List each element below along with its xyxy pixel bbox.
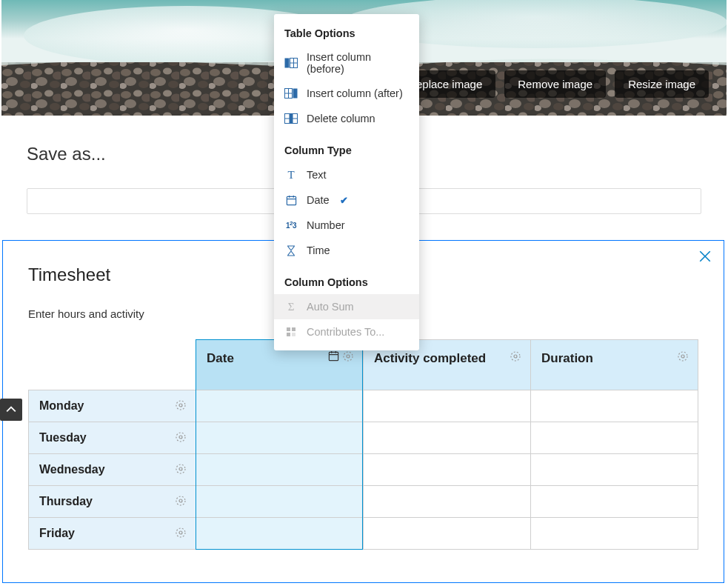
table-cell[interactable] xyxy=(531,390,698,422)
gear-icon xyxy=(342,350,354,362)
svg-point-21 xyxy=(179,404,182,407)
table-cell[interactable] xyxy=(196,390,364,422)
table-cell[interactable] xyxy=(531,518,698,550)
row-header[interactable]: Thursday xyxy=(29,486,196,518)
svg-point-18 xyxy=(511,352,520,361)
row-header[interactable]: Wednesday xyxy=(29,454,196,486)
menu-item-label: Number xyxy=(307,219,345,231)
menu-item-insert-before[interactable]: Insert column (before) xyxy=(274,45,419,81)
svg-point-16 xyxy=(344,352,353,361)
svg-rect-49 xyxy=(292,333,295,336)
time-type-icon xyxy=(284,244,298,257)
gear-icon xyxy=(677,350,689,362)
row-header-label: Tuesday xyxy=(39,431,87,445)
insert-col-before-icon xyxy=(284,56,298,70)
calendar-icon xyxy=(328,350,339,362)
column-settings-button[interactable] xyxy=(510,350,521,362)
sum-icon: Σ xyxy=(284,300,298,313)
table-cell[interactable] xyxy=(531,422,698,454)
gear-icon xyxy=(175,495,187,507)
row-header[interactable]: Monday xyxy=(29,390,196,422)
chevron-up-icon xyxy=(6,404,16,415)
row-settings-button[interactable] xyxy=(175,399,187,411)
menu-item-type-text[interactable]: T Text xyxy=(274,162,419,187)
gear-icon xyxy=(175,431,187,443)
column-settings-button[interactable] xyxy=(342,350,354,362)
column-settings-button[interactable] xyxy=(677,350,689,362)
table-row: Wednesday xyxy=(29,454,698,486)
number-type-icon: 123 xyxy=(284,219,298,232)
row-header-label: Monday xyxy=(39,399,84,413)
svg-point-17 xyxy=(514,355,517,358)
svg-rect-31 xyxy=(285,59,290,68)
svg-point-23 xyxy=(179,436,182,439)
timesheet-table: Date Activity completed Durat xyxy=(28,339,698,550)
svg-point-30 xyxy=(176,528,185,537)
table-cell[interactable] xyxy=(531,486,698,518)
table-cell[interactable] xyxy=(364,390,531,422)
menu-item-label: Date xyxy=(307,194,330,206)
menu-item-type-time[interactable]: Time xyxy=(274,238,419,263)
resize-image-button[interactable]: Resize image xyxy=(615,70,709,98)
date-type-icon xyxy=(284,193,298,207)
svg-point-22 xyxy=(176,401,185,410)
column-header-label: Date xyxy=(207,346,261,367)
sidebar-toggle-button[interactable] xyxy=(0,399,22,421)
contributes-icon xyxy=(284,325,298,339)
gear-icon xyxy=(510,350,521,362)
table-cell[interactable] xyxy=(531,454,698,486)
row-settings-button[interactable] xyxy=(175,431,187,443)
column-header-duration[interactable]: Duration xyxy=(531,340,698,390)
table-cell[interactable] xyxy=(364,486,531,518)
row-header-label: Friday xyxy=(39,527,75,540)
table-cell[interactable] xyxy=(196,518,364,550)
check-icon: ✔ xyxy=(340,195,348,206)
svg-point-24 xyxy=(176,433,185,442)
table-cell[interactable] xyxy=(364,422,531,454)
menu-item-insert-after[interactable]: Insert column (after) xyxy=(274,81,419,106)
table-corner-cell xyxy=(29,340,196,390)
row-header[interactable]: Tuesday xyxy=(29,422,196,454)
menu-item-label: Text xyxy=(307,169,327,181)
row-settings-button[interactable] xyxy=(175,463,187,475)
menu-item-label: Contributes To... xyxy=(307,326,384,338)
column-context-menu: Table Options Insert column (before) Ins… xyxy=(274,14,419,350)
menu-item-type-date[interactable]: Date ✔ xyxy=(274,187,419,213)
menu-item-contributes-to: Contributes To... xyxy=(274,319,419,344)
menu-item-label: Insert column (before) xyxy=(307,51,409,75)
table-cell[interactable] xyxy=(196,422,364,454)
menu-item-label: Auto Sum xyxy=(307,301,354,313)
insert-col-after-icon xyxy=(284,87,298,100)
table-cell[interactable] xyxy=(196,454,364,486)
table-row: Tuesday xyxy=(29,422,698,454)
svg-rect-48 xyxy=(287,333,290,336)
svg-point-15 xyxy=(347,355,350,358)
close-form-button[interactable] xyxy=(698,250,712,263)
table-row: Friday xyxy=(29,518,698,550)
svg-point-26 xyxy=(176,465,185,473)
row-settings-button[interactable] xyxy=(175,495,187,507)
table-cell[interactable] xyxy=(364,454,531,486)
svg-point-25 xyxy=(179,467,182,470)
table-cell[interactable] xyxy=(364,518,531,550)
table-cell[interactable] xyxy=(196,486,364,518)
svg-rect-47 xyxy=(292,327,295,331)
svg-rect-46 xyxy=(287,327,290,331)
menu-section-title: Column Type xyxy=(274,131,419,162)
text-type-icon: T xyxy=(284,168,298,182)
menu-section-title: Column Options xyxy=(274,263,419,294)
svg-point-20 xyxy=(678,352,687,361)
row-header[interactable]: Friday xyxy=(29,518,196,550)
menu-item-type-number[interactable]: 123 Number xyxy=(274,213,419,238)
row-settings-button[interactable] xyxy=(175,527,187,539)
menu-item-label: Delete column xyxy=(307,113,375,124)
gear-icon xyxy=(175,399,187,411)
menu-item-label: Insert column (after) xyxy=(307,87,403,99)
svg-rect-42 xyxy=(287,196,295,204)
svg-point-28 xyxy=(176,496,185,505)
row-header-label: Wednesday xyxy=(39,463,105,476)
remove-image-button[interactable]: Remove image xyxy=(504,70,606,98)
gear-icon xyxy=(175,527,187,539)
svg-rect-35 xyxy=(293,89,298,99)
menu-item-delete-column[interactable]: Delete column xyxy=(274,106,419,131)
